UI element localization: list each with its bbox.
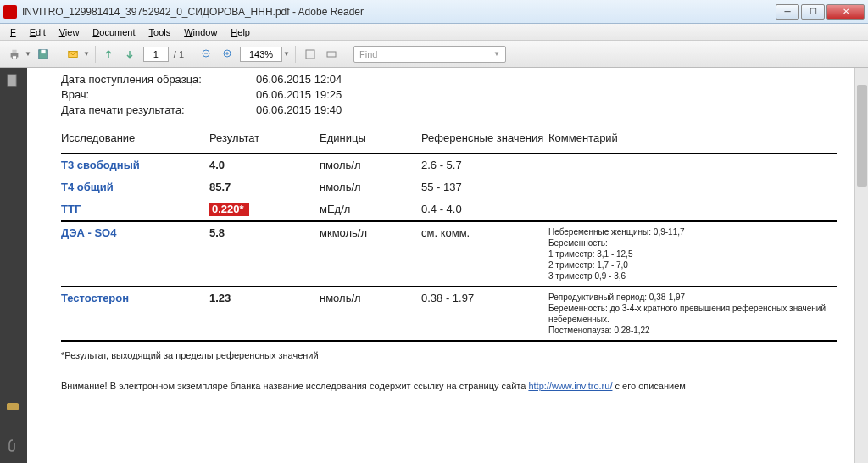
window-title: INVITRO_129981414_39752942_0_СИДОРОВА_НН… [22, 6, 776, 18]
col-result-header: Результат [209, 126, 320, 153]
units-cell: нмоль/л [320, 287, 421, 341]
result-value: 1.23 [209, 292, 231, 304]
received-label: Дата поступления образца: [61, 73, 256, 86]
email-dropdown-icon[interactable]: ▼ [83, 50, 90, 58]
ref-cell: 55 - 137 [421, 176, 548, 198]
svg-rect-11 [306, 50, 314, 59]
table-row: ДЭА - SO45.8мкмоль/лсм. комм.Небеременны… [61, 221, 837, 287]
zoom-out-button[interactable] [198, 45, 216, 64]
comments-panel-icon[interactable] [5, 400, 22, 417]
fit-width-button[interactable] [322, 45, 341, 64]
menu-edit[interactable]: Edit [23, 25, 53, 39]
col-ref-header: Референсные значения [421, 126, 548, 153]
menu-document[interactable]: Document [86, 25, 142, 39]
col-comment-header: Комментарий [548, 126, 837, 153]
toolbar: ▼ ▼ / 1 ▼ Find▼ [0, 41, 868, 68]
maximize-button[interactable]: ☐ [801, 4, 825, 20]
zoom-in-button[interactable] [219, 45, 237, 64]
menubar: F Edit View Document Tools Window Help [0, 24, 868, 41]
menu-view[interactable]: View [53, 25, 86, 39]
vertical-scrollbar[interactable] [854, 68, 868, 463]
zoom-input[interactable] [240, 47, 282, 62]
ref-cell: 0.38 - 1.97 [421, 287, 548, 341]
page-viewport[interactable]: Дата поступления образца: 06.06.2015 12:… [27, 68, 854, 463]
notice-text: Внимание! В электронном экземпляре бланк… [61, 381, 837, 391]
comment-cell [548, 153, 837, 176]
result-value: 0.220* [209, 203, 249, 216]
table-row: Т4 общий85.7нмоль/л55 - 137 [61, 176, 837, 198]
units-cell: мЕд/л [320, 198, 421, 221]
ref-cell: 2.6 - 5.7 [421, 153, 548, 176]
svg-rect-14 [7, 403, 19, 410]
comment-cell: Небеременные женщины: 0,9-11,7Беременнос… [548, 221, 837, 287]
save-button[interactable] [34, 45, 53, 64]
table-row: Тестостерон1.23нмоль/л0.38 - 1.97Репроду… [61, 287, 837, 341]
prev-page-button[interactable] [101, 45, 120, 64]
pdf-page: Дата поступления образца: 06.06.2015 12:… [27, 68, 854, 463]
doctor-label: Врач: [61, 88, 256, 101]
app-icon [3, 5, 17, 19]
received-value: 06.06.2015 12:04 [256, 73, 342, 86]
pages-panel-icon[interactable] [5, 73, 22, 90]
svg-rect-13 [8, 75, 16, 86]
menu-file[interactable]: F [3, 25, 23, 39]
test-name-link[interactable]: Тестостерон [61, 292, 129, 304]
ref-cell: см. комм. [421, 221, 548, 287]
svg-rect-12 [327, 52, 336, 57]
print-dropdown-icon[interactable]: ▼ [25, 50, 31, 58]
minimize-button[interactable]: ─ [776, 4, 799, 20]
units-cell: пмоль/л [320, 153, 421, 176]
test-name-link[interactable]: Т3 свободный [61, 159, 140, 171]
printed-label: Дата печати результата: [61, 103, 256, 116]
print-button[interactable] [5, 45, 24, 64]
result-value: 4.0 [209, 159, 225, 171]
close-button[interactable]: ✕ [826, 4, 865, 20]
next-page-button[interactable] [122, 45, 141, 64]
result-value: 5.8 [209, 226, 225, 239]
test-name-link[interactable]: ДЭА - SO4 [61, 226, 116, 239]
footnote: *Результат, выходящий за пределы референ… [61, 350, 837, 360]
comment-cell [548, 198, 837, 221]
find-input[interactable]: Find▼ [353, 46, 506, 63]
units-cell: мкмоль/л [320, 221, 421, 287]
page-number-input[interactable] [143, 47, 169, 62]
table-row: Т3 свободный4.0пмоль/л2.6 - 5.7 [61, 153, 837, 176]
invitro-link[interactable]: http://www.invitro.ru/ [528, 381, 612, 391]
ref-cell: 0.4 - 4.0 [421, 198, 548, 221]
doctor-value: 06.06.2015 19:25 [256, 88, 342, 101]
fit-page-button[interactable] [301, 45, 320, 64]
svg-rect-2 [12, 55, 16, 59]
menu-help[interactable]: Help [224, 25, 257, 39]
comment-cell [548, 176, 837, 198]
nav-pane [0, 68, 27, 463]
scroll-thumb[interactable] [857, 85, 867, 187]
menu-window[interactable]: Window [177, 25, 224, 39]
col-name-header: Исследование [61, 126, 209, 153]
attachments-panel-icon[interactable] [5, 438, 22, 455]
col-units-header: Единицы [320, 126, 421, 153]
zoom-dropdown-icon[interactable]: ▼ [283, 50, 290, 58]
results-table: Исследование Результат Единицы Референсн… [61, 126, 837, 342]
document-area: Дата поступления образца: 06.06.2015 12:… [0, 68, 868, 463]
test-name-link[interactable]: Т4 общий [61, 181, 114, 193]
menu-tools[interactable]: Tools [142, 25, 178, 39]
svg-rect-1 [12, 49, 16, 53]
email-button[interactable] [64, 45, 82, 64]
test-name-link[interactable]: ТТГ [61, 203, 81, 215]
table-row: ТТГ0.220*мЕд/л0.4 - 4.0 [61, 198, 837, 221]
page-total-label: / 1 [171, 49, 186, 59]
units-cell: нмоль/л [320, 176, 421, 198]
printed-value: 06.06.2015 19:40 [256, 103, 342, 116]
svg-rect-4 [41, 49, 45, 53]
comment-cell: Репродуктивный период: 0,38-1,97Беременн… [548, 287, 837, 341]
result-value: 85.7 [209, 181, 231, 193]
window-titlebar: INVITRO_129981414_39752942_0_СИДОРОВА_НН… [0, 0, 868, 24]
